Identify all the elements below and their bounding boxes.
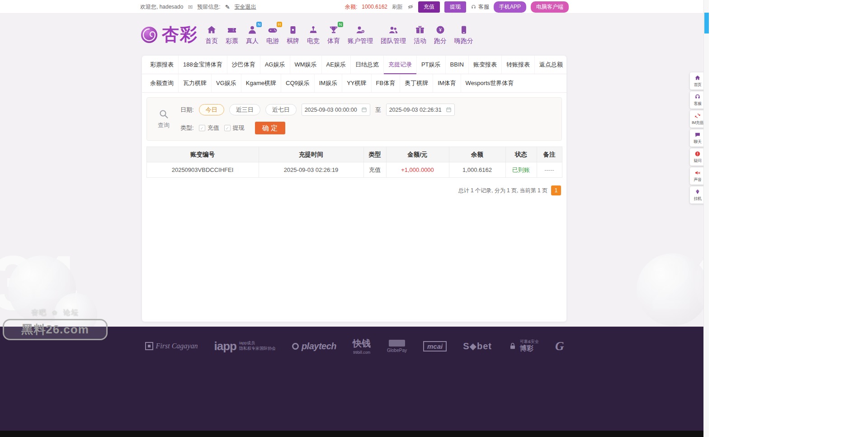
nav-item-sports[interactable]: N 体育: [327, 24, 340, 45]
calendar-icon[interactable]: [361, 107, 367, 113]
mail-icon[interactable]: ✉: [188, 4, 193, 10]
cell-remark: -----: [537, 162, 562, 178]
quick-today-button[interactable]: 今日: [199, 104, 224, 115]
recharge-cycle-icon: [694, 113, 701, 119]
pagination: 总计 1 个记录, 分为 1 页, 当前第 1 页 1: [147, 185, 561, 195]
tab-wesports[interactable]: Wesports世界体育: [461, 74, 519, 92]
nav-item-esports[interactable]: 电竞: [307, 24, 320, 45]
customer-service-link[interactable]: 客服: [471, 3, 489, 11]
float-sound-button[interactable]: 声音: [690, 167, 705, 185]
type-withdraw-checkbox[interactable]: ✓ 提现: [224, 124, 245, 132]
tab-wm[interactable]: WM娱乐: [290, 56, 321, 74]
tab-lottery-report[interactable]: 彩票报表: [146, 56, 178, 74]
tab-wali-chess[interactable]: 瓦力棋牌: [178, 74, 211, 92]
cell-amount: +1,000.0000: [386, 162, 449, 178]
float-chat-button[interactable]: 聊天: [690, 129, 705, 147]
nav-item-home[interactable]: 首页: [205, 24, 218, 45]
tab-188-sports[interactable]: 188金宝博体育: [178, 56, 227, 74]
eye-off-icon[interactable]: [407, 4, 414, 10]
cell-time: 2025-09-03 02:26:19: [259, 162, 363, 178]
float-afk-button[interactable]: 挂机: [690, 186, 705, 204]
tile-icon: [287, 24, 299, 36]
tab-ag[interactable]: AG娱乐: [260, 56, 290, 74]
nav-item-paofen[interactable]: ¥ 跑分: [434, 24, 447, 45]
type-recharge-checkbox[interactable]: ✓ 充值: [199, 124, 219, 132]
search-label: 查询: [158, 121, 170, 129]
tab-deposit-withdraw-records[interactable]: 充提记录: [383, 56, 416, 74]
table-row: 20250903VBDCCIHFEI 2025-09-03 02:26:19 充…: [146, 162, 562, 178]
balance-value: 1000.6162: [362, 4, 387, 10]
tab-kgame[interactable]: Kgame棋牌: [241, 74, 281, 92]
withdraw-button[interactable]: 提现: [444, 1, 466, 13]
mute-icon: [694, 170, 701, 176]
tab-im-sports[interactable]: IM体育: [433, 74, 460, 92]
float-im-recharge-button[interactable]: IM充值: [690, 110, 705, 128]
nav-item-egames[interactable]: H 电游: [266, 24, 279, 45]
float-service-button[interactable]: 客服: [690, 91, 705, 109]
date-from-input[interactable]: 2025-09-03 00:00:00: [302, 104, 370, 116]
tab-balance-query[interactable]: 余额查询: [146, 74, 178, 92]
site-logo[interactable]: 杏彩: [140, 23, 198, 46]
col-status: 状态: [505, 147, 537, 162]
nav-item-account-management[interactable]: 账户管理: [348, 24, 373, 45]
nav-item-promotions[interactable]: 活动: [414, 24, 426, 45]
tab-cq9[interactable]: CQ9娱乐: [281, 74, 314, 92]
edit-icon[interactable]: ✎: [225, 4, 230, 10]
tab-pt[interactable]: PT娱乐: [416, 56, 445, 74]
user-gear-icon: [354, 24, 367, 36]
tab-vg[interactable]: VG娱乐: [211, 74, 241, 92]
quick-7days-button[interactable]: 近七日: [265, 104, 297, 115]
confirm-button[interactable]: 确 定: [255, 122, 285, 134]
date-to-input[interactable]: 2025-09-03 02:26:31: [386, 104, 455, 116]
watermark-brand: 黑料26.com: [3, 319, 108, 340]
nav-badge: N: [338, 22, 343, 27]
chat-icon: [694, 132, 701, 138]
tab-yy-chess[interactable]: YY棋牌: [342, 74, 371, 92]
service-label: 客服: [478, 3, 489, 11]
tab-fb-sports[interactable]: FB体育: [371, 74, 400, 92]
nav-item-team-management[interactable]: 团队管理: [381, 24, 406, 45]
topbar: 欢迎您, hadesado ✉ 预留信息: ✎ 安全退出 余额: 1000.61…: [0, 0, 709, 14]
reserved-info-label: 预留信息:: [197, 3, 220, 11]
tab-transfer-report[interactable]: 转账报表: [501, 56, 534, 74]
logout-link[interactable]: 安全退出: [235, 3, 256, 11]
headset-icon: [471, 4, 476, 10]
tab-rebate-total[interactable]: 返点总额: [534, 56, 566, 74]
col-time: 充提时间: [259, 147, 363, 162]
tab-account-change-report[interactable]: 账变报表: [468, 56, 501, 74]
scrollbar-thumb[interactable]: [704, 13, 709, 33]
gamepad-icon: H: [266, 24, 279, 36]
footer-logo-gamcare: G: [555, 339, 564, 353]
flower-logo-icon: [140, 26, 158, 44]
refresh-button[interactable]: 刷新: [392, 3, 403, 11]
nav-item-lottery[interactable]: 彩票: [226, 24, 238, 45]
float-question-button[interactable]: 疑问: [690, 148, 705, 166]
exclamation-icon: [694, 151, 701, 157]
phone-icon: [458, 24, 470, 36]
flower-ornament-icon: ✿: [52, 309, 58, 316]
quick-3days-button[interactable]: 近三日: [229, 104, 260, 115]
recharge-button[interactable]: 充值: [418, 1, 440, 13]
calendar-icon[interactable]: [446, 107, 452, 113]
footer-logo-mcai: mcai: [423, 341, 447, 352]
users-icon: [387, 24, 400, 36]
col-amount: 金额/元: [386, 147, 449, 162]
decor-ball: [637, 253, 709, 326]
tab-odin-chess[interactable]: 奥丁棋牌: [400, 74, 433, 92]
tab-im[interactable]: IM娱乐: [314, 74, 342, 92]
search-block: 查询: [147, 109, 180, 129]
mobile-app-button[interactable]: 手机APP: [494, 1, 526, 13]
playtech-icon: [292, 343, 299, 350]
tab-daily-summary[interactable]: 日结总览: [350, 56, 383, 74]
nav-item-hi-paofen[interactable]: 嗨跑分: [454, 24, 473, 45]
nav-item-live-casino[interactable]: N 真人: [246, 24, 259, 45]
float-home-button[interactable]: 首页: [690, 72, 705, 90]
nav-item-chess-cards[interactable]: 棋牌: [287, 24, 299, 45]
tab-saba-sports[interactable]: 沙巴体育: [227, 56, 260, 74]
tab-ae[interactable]: AE娱乐: [321, 56, 350, 74]
tab-bbin[interactable]: BBIN: [445, 56, 468, 74]
pagination-summary: 总计 1 个记录, 分为 1 页, 当前第 1 页: [458, 187, 547, 195]
page-1-button[interactable]: 1: [551, 185, 561, 195]
pc-client-button[interactable]: 电脑客户端: [531, 1, 569, 13]
scrollbar-track[interactable]: [703, 0, 709, 437]
